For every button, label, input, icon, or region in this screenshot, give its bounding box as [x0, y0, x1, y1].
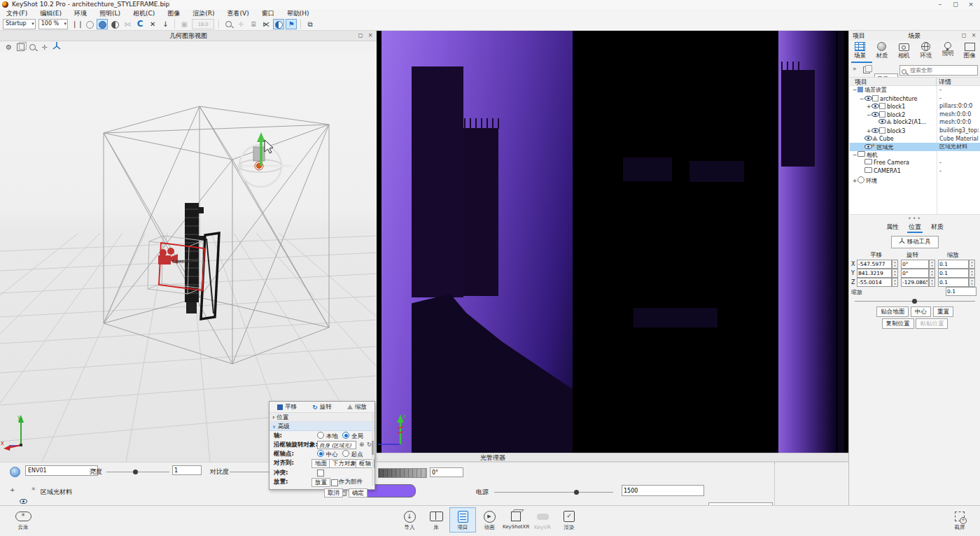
spinner[interactable]: ▴▾ [929, 278, 935, 287]
brightness-field[interactable] [172, 465, 202, 475]
dock-keyshotxr[interactable]: KeyShotXR [503, 507, 529, 533]
power-field[interactable] [622, 485, 704, 496]
spinner[interactable]: ▴▾ [969, 269, 975, 278]
menu-edit[interactable]: 编辑(E) [34, 9, 68, 18]
reset-camera-icon[interactable]: C [134, 19, 146, 29]
zoom-tool-icon[interactable] [223, 19, 234, 29]
dialog-scrollbar[interactable] [372, 413, 374, 486]
tab-scene[interactable]: 场景 [849, 41, 871, 63]
radio-local[interactable]: 本地 [317, 431, 338, 441]
scale-slider-handle[interactable] [912, 299, 917, 304]
menu-view[interactable]: 查看(V) [221, 9, 255, 18]
tab-scale[interactable]: 缩放 [340, 403, 374, 411]
search-input[interactable] [909, 66, 977, 75]
fit-view-icon[interactable]: ✕ [147, 19, 158, 29]
realtime-render-icon[interactable] [97, 19, 108, 29]
perspective-icon[interactable]: ⋉ [260, 19, 272, 29]
tree-row-block2-a1[interactable]: block2(A1...mesh:0:0:0 [850, 118, 980, 127]
tree-row-block1[interactable]: +block1pillars:0:0:0 [850, 102, 980, 111]
zoom-geometry-icon[interactable] [27, 42, 38, 52]
cloud-library-button[interactable]: * 云库 [10, 510, 36, 531]
tab-environment[interactable]: 环境 [915, 41, 937, 63]
tab-image[interactable]: 图像 [959, 41, 980, 63]
visibility-eye-icon[interactable] [872, 103, 878, 108]
zoom-dropdown[interactable]: 100 % [38, 19, 68, 29]
expand-icon[interactable] [10, 486, 15, 493]
tree-row-free-camera[interactable]: Free Camera- [850, 159, 980, 167]
ok-button[interactable]: 确定 [349, 488, 368, 498]
align-ground-button[interactable]: 地面 [312, 459, 330, 468]
copy-position-button[interactable]: 复制位置 [882, 318, 914, 329]
visibility-eye-icon[interactable] [864, 143, 872, 149]
undock-panel-icon[interactable] [959, 31, 969, 41]
power-slider[interactable] [494, 492, 613, 493]
tree-row-cameras[interactable]: −相机 [850, 151, 980, 160]
reset-button[interactable]: 重置 [933, 306, 953, 317]
menu-camera[interactable]: 相机(C) [127, 9, 161, 18]
preset-dropdown[interactable]: Startup [3, 19, 36, 29]
spinner[interactable]: ▴▾ [929, 269, 935, 278]
tree-row-block3[interactable]: +block3building3_top:... [850, 127, 980, 135]
tree-row-camera1[interactable]: CAMERA1- [850, 167, 980, 176]
visibility-eye-icon[interactable] [20, 498, 27, 504]
shaded-mode-icon[interactable] [273, 19, 284, 29]
dock-import[interactable]: 导入 [396, 507, 423, 533]
camera-lock-icon[interactable]: ▣ [178, 19, 190, 29]
tree-row-block2[interactable]: −block2mesh:0:0:0 [850, 111, 980, 119]
tab-lighting[interactable]: 照明 [937, 41, 958, 63]
swap-icon[interactable]: ⋈ [122, 19, 133, 29]
cancel-button[interactable]: 取消 [324, 488, 343, 498]
pan-geometry-icon[interactable]: ✛ [38, 42, 50, 52]
menu-help[interactable]: 帮助(H) [281, 9, 316, 18]
collapse-all-icon[interactable] [853, 65, 857, 72]
spinner[interactable]: ▴▾ [892, 269, 898, 278]
geometry-view-header[interactable]: 几何图形视图 [0, 31, 377, 41]
visibility-eye-icon[interactable] [872, 111, 878, 117]
light-manager-header[interactable]: 光管理器 [377, 453, 848, 462]
brightness-slider[interactable] [106, 472, 169, 472]
spinner[interactable]: ▴▾ [892, 260, 898, 269]
brightness-slider-handle[interactable] [133, 470, 138, 474]
visibility-eye-icon[interactable] [872, 127, 878, 133]
menu-lighting[interactable]: 照明(L) [93, 9, 127, 18]
dock-keyvr[interactable]: KeyVR [529, 507, 556, 533]
dock-library[interactable]: 库 [423, 507, 449, 533]
radio-origin[interactable]: 起点 [342, 449, 363, 459]
visibility-eye-icon[interactable] [878, 118, 886, 124]
as-part-checkbox[interactable] [331, 479, 338, 486]
compare-icon[interactable] [109, 19, 120, 29]
move-tool-button[interactable]: 移动工具 [891, 236, 939, 248]
show-light-icon[interactable]: ⚑ [286, 19, 297, 29]
pivot-object-field[interactable]: 自身 (区域光) [317, 441, 356, 449]
dock-project[interactable]: 项目 [449, 507, 476, 533]
search-box[interactable] [899, 65, 978, 76]
tab-material[interactable]: 材质 [871, 41, 892, 63]
spinner[interactable]: ▴▾ [969, 278, 975, 287]
tree-row-scene-settings[interactable]: −场景设置- [850, 86, 980, 94]
visibility-eye-icon[interactable] [864, 135, 872, 141]
environment-dropdown[interactable]: ENV01 [25, 465, 98, 476]
column-item[interactable]: 项目 [855, 78, 867, 86]
maximize-button[interactable] [948, 0, 963, 9]
minimize-button[interactable] [932, 0, 948, 9]
screenshot-button[interactable]: 截屏 [946, 510, 973, 531]
panel-splitter[interactable]: ••• [849, 216, 980, 222]
spinner[interactable]: ▴▾ [969, 260, 975, 269]
visibility-eye-icon[interactable] [864, 95, 872, 101]
angle-field[interactable] [430, 467, 463, 477]
center-button[interactable]: 中心 [911, 306, 931, 317]
tab-camera[interactable]: 相机 [893, 41, 915, 63]
paste-position-button[interactable]: 粘贴位置 [916, 318, 948, 329]
power-slider-handle[interactable] [574, 490, 579, 495]
section-position[interactable]: 位置 [270, 413, 374, 422]
settings-gear-icon[interactable] [3, 42, 15, 52]
section-advanced[interactable]: 高级 [270, 422, 374, 431]
dock-animation[interactable]: 动画 [476, 507, 503, 533]
light-gradient-strip[interactable] [378, 468, 427, 478]
duplicate-icon[interactable]: ⧉ [304, 19, 316, 29]
region-render-icon[interactable] [84, 19, 95, 29]
tab-rotate[interactable]: 旋转 [304, 403, 340, 411]
pause-icon[interactable]: ❘❘ [71, 19, 83, 29]
radio-center[interactable]: 中心 [317, 449, 338, 459]
layers-icon[interactable] [863, 66, 870, 73]
